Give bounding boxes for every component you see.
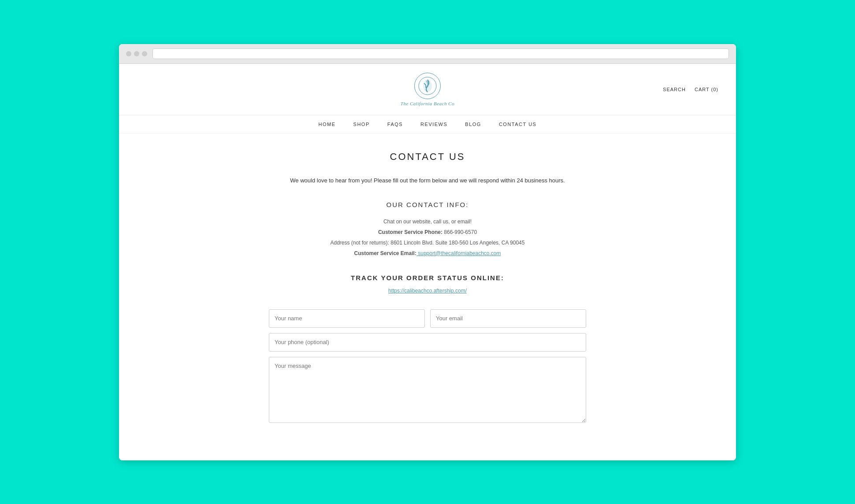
cart-button[interactable]: CART (0) [695,87,718,92]
nav-blog[interactable]: BLOG [465,122,481,127]
email-value[interactable]: support@thecaliforniabeachco.com [416,250,501,256]
intro-text: We would love to hear from you! Please f… [269,176,586,185]
phone-input[interactable] [269,333,586,352]
email-line: Customer Service Email: support@thecalif… [269,248,586,259]
nav-reviews[interactable]: REVIEWS [420,122,447,127]
phone-label: Customer Service Phone: [378,229,442,235]
browser-dots [126,51,147,56]
page-content: The California Beach Co SEARCH CART (0) … [119,64,736,460]
contact-info-title: OUR CONTACT INFO: [269,201,586,208]
email-input[interactable] [430,309,586,328]
main-nav: HOME SHOP FAQS REVIEWS BLOG CONTACT US [119,115,736,133]
browser-frame: The California Beach Co SEARCH CART (0) … [119,44,736,460]
logo-circle [414,73,441,99]
brand-name: The California Beach Co [401,101,454,106]
dot-minimize [134,51,139,56]
nav-contact[interactable]: CONTACT US [499,122,537,127]
address-value: 8601 Lincoln Blvd. Suite 180-560 Los Ang… [389,240,525,246]
track-title: TRACK YOUR ORDER STATUS ONLINE: [269,274,586,282]
main-content: CONTACT US We would love to hear from yo… [260,133,595,456]
header-actions: SEARCH CART (0) [663,87,718,92]
contact-form [269,309,586,430]
phone-line: Customer Service Phone: 866-990-6570 [269,227,586,237]
form-row-name-email [269,309,586,328]
nav-home[interactable]: HOME [319,122,336,127]
message-input[interactable] [269,357,586,423]
logo[interactable]: The California Beach Co [401,73,454,106]
address-line: Address (not for returns): 8601 Lincoln … [269,237,586,248]
name-input[interactable] [269,309,425,328]
page-title: CONTACT US [269,151,586,163]
phone-number: 866-990-6570 [442,229,477,235]
nav-shop[interactable]: SHOP [353,122,370,127]
address-label: Address (not for returns): [331,240,389,246]
search-button[interactable]: SEARCH [663,87,686,92]
email-label: Customer Service Email: [354,250,416,256]
browser-chrome [119,44,736,64]
logo-icon [418,76,437,96]
track-link[interactable]: https://calibeachco.aftership.com/ [269,288,586,294]
contact-details: Chat on our website, call us, or email! … [269,216,586,259]
contact-channels: Chat on our website, call us, or email! [269,216,586,227]
site-header: The California Beach Co SEARCH CART (0) [119,64,736,115]
address-bar[interactable] [152,48,729,59]
dot-close [126,51,131,56]
dot-maximize [142,51,147,56]
nav-faqs[interactable]: FAQS [387,122,403,127]
